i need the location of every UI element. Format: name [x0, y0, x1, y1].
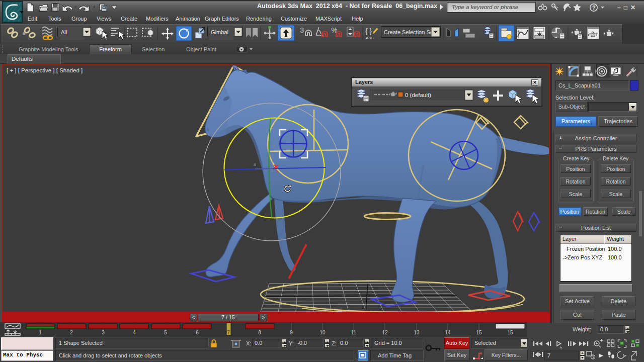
svg-text:2: 2: [70, 330, 73, 335]
svg-text:13: 13: [414, 330, 420, 335]
svg-text:5: 5: [164, 330, 167, 335]
svg-text:✵: ✵: [22, 31, 26, 36]
svg-text:Create Selection Se: Create Selection Se: [384, 29, 433, 35]
svg-text:All: All: [61, 29, 67, 35]
svg-text:[ + ] [ Perspective ] [ Shaded: [ + ] [ Perspective ] [ Shaded ]: [7, 67, 83, 73]
svg-text:14: 14: [445, 330, 451, 335]
svg-text:12: 12: [382, 330, 388, 335]
svg-text:9: 9: [290, 330, 293, 335]
svg-text:8: 8: [258, 330, 261, 335]
svg-text:0 (default): 0 (default): [405, 92, 431, 98]
svg-text:10: 10: [319, 330, 326, 335]
svg-text:ABC: ABC: [366, 36, 374, 40]
svg-text:u: u: [254, 162, 256, 167]
svg-text:15: 15: [507, 330, 513, 335]
svg-text:z: z: [273, 143, 275, 148]
svg-text:4: 4: [133, 330, 136, 335]
svg-text:7: 7: [547, 352, 550, 358]
svg-text:?: ?: [592, 5, 596, 11]
svg-text:6: 6: [196, 330, 199, 335]
svg-text:{ }: { }: [365, 27, 372, 35]
svg-text:3: 3: [102, 330, 105, 335]
svg-text:11: 11: [351, 330, 357, 335]
svg-text:1: 1: [39, 330, 42, 335]
svg-text:3: 3: [300, 26, 304, 34]
svg-text:Gimbal: Gimbal: [211, 29, 228, 35]
svg-text:7: 7: [227, 330, 230, 335]
svg-text:15: 15: [476, 330, 482, 335]
